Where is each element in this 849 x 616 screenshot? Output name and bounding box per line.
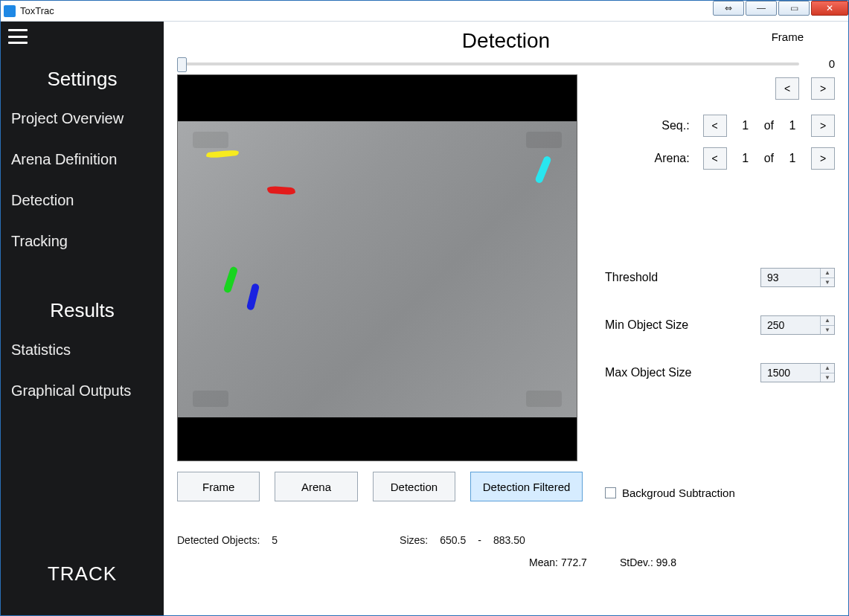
stats-row-1: Detected Objects: 5 Sizes: 650.5 - 883.5… xyxy=(177,534,835,546)
content-row: Frame Arena Detection Detection Filtered… xyxy=(177,74,835,501)
detected-group: Detected Objects: 5 xyxy=(177,534,278,546)
stdev-value: 99.8 xyxy=(656,556,676,568)
arena-pager: Arena: < 1 of 1 > xyxy=(605,147,835,170)
seq-prev-button[interactable]: < xyxy=(703,115,727,137)
viewmode-detection-filtered-button[interactable]: Detection Filtered xyxy=(470,472,583,501)
arena-corner-tr xyxy=(526,132,562,148)
minsize-stepper: ▲ ▼ xyxy=(820,316,834,334)
detected-label: Detected Objects: xyxy=(177,534,260,546)
threshold-stepper: ▲ ▼ xyxy=(820,269,834,286)
frame-slider[interactable] xyxy=(177,62,799,65)
video-viewport[interactable] xyxy=(177,74,577,461)
seq-pager: Seq.: < 1 of 1 > xyxy=(605,115,835,137)
frame-next-button[interactable]: > xyxy=(811,77,835,100)
sidebar-header-settings: Settings xyxy=(1,68,164,91)
restore-down-aux-button[interactable]: ⇔ xyxy=(713,1,744,16)
app-window: ToxTrac ⇔ — ▭ ✕ Settings Project Overvie… xyxy=(0,0,849,616)
seq-of: of xyxy=(764,119,774,132)
maxsize-spinner[interactable]: 1500 ▲ ▼ xyxy=(760,363,835,382)
minsize-label: Min Object Size xyxy=(605,318,760,332)
bgsub-label: Backgroud Subtraction xyxy=(622,487,735,499)
bgsub-checkbox[interactable] xyxy=(605,487,616,498)
arena-next-button[interactable]: > xyxy=(811,147,835,170)
sizes-min: 650.5 xyxy=(440,534,466,546)
bgsub-row: Backgroud Subtraction xyxy=(605,487,835,499)
sidebar-item-project-overview[interactable]: Project Overview xyxy=(1,98,164,139)
sidebar-item-tracking[interactable]: Tracking xyxy=(1,221,164,262)
sizes-label: Sizes: xyxy=(400,534,428,546)
detected-object-blue xyxy=(246,283,260,310)
sidebar-item-statistics[interactable]: Statistics xyxy=(1,330,164,370)
sizes-sep: - xyxy=(478,534,481,546)
maxsize-row: Max Object Size 1500 ▲ ▼ xyxy=(605,363,835,382)
sidebar-item-arena-definition[interactable]: Arena Definition xyxy=(1,139,164,180)
minsize-value[interactable]: 250 xyxy=(761,319,820,331)
detected-object-cyan xyxy=(534,155,552,185)
title-bar: ToxTrac ⇔ — ▭ ✕ xyxy=(1,1,848,22)
arena-corner-br xyxy=(526,391,562,407)
viewer-column: Frame Arena Detection Detection Filtered xyxy=(177,74,583,501)
detected-object-green xyxy=(223,266,239,293)
seq-next-button[interactable]: > xyxy=(811,115,835,137)
viewmode-arena-button[interactable]: Arena xyxy=(275,472,357,501)
arena-prev-button[interactable]: < xyxy=(703,147,727,170)
frame-label: Frame xyxy=(772,31,804,43)
stats-row-2: Mean: 772.7 StDev.: 99.8 xyxy=(177,556,835,568)
stdev-group: StDev.: 99.8 xyxy=(620,556,676,568)
viewmode-detection-button[interactable]: Detection xyxy=(373,472,455,501)
controls-column: < > Seq.: < 1 of 1 > Arena: < 1 xyxy=(583,74,835,501)
threshold-up[interactable]: ▲ xyxy=(821,269,834,278)
frame-step-buttons: < > xyxy=(605,77,835,100)
sidebar-item-detection[interactable]: Detection xyxy=(1,180,164,221)
arena-total: 1 xyxy=(787,152,798,165)
body: Settings Project Overview Arena Definiti… xyxy=(1,22,848,615)
sizes-max: 883.50 xyxy=(493,534,525,546)
mean-label: Mean: xyxy=(529,556,558,568)
minsize-row: Min Object Size 250 ▲ ▼ xyxy=(605,315,835,335)
track-button[interactable]: TRACK xyxy=(1,562,164,585)
arena-current: 1 xyxy=(740,152,751,165)
frame-prev-button[interactable]: < xyxy=(775,77,799,100)
slider-thumb[interactable] xyxy=(177,57,187,72)
seq-total: 1 xyxy=(787,119,798,132)
viewmode-frame-button[interactable]: Frame xyxy=(177,472,260,501)
maximize-button[interactable]: ▭ xyxy=(778,1,810,16)
minsize-spinner[interactable]: 250 ▲ ▼ xyxy=(760,315,835,335)
frame-slider-row: 0 xyxy=(177,57,835,70)
minsize-up[interactable]: ▲ xyxy=(821,316,834,326)
sidebar: Settings Project Overview Arena Definiti… xyxy=(1,22,164,615)
sidebar-item-graphical-outputs[interactable]: Graphical Outputs xyxy=(1,370,164,411)
threshold-spinner[interactable]: 93 ▲ ▼ xyxy=(760,268,835,287)
arena-corner-tl xyxy=(193,132,228,148)
minsize-down[interactable]: ▼ xyxy=(821,326,834,335)
threshold-label: Threshold xyxy=(605,271,760,284)
main-panel: Detection Frame 0 xyxy=(164,22,848,615)
app-icon xyxy=(4,5,16,17)
menu-toggle[interactable] xyxy=(1,22,164,47)
seq-current: 1 xyxy=(740,119,751,132)
frame-value: 0 xyxy=(813,57,835,70)
hamburger-icon xyxy=(8,29,28,44)
mean-group: Mean: 772.7 xyxy=(529,556,587,568)
window-buttons: ⇔ — ▭ ✕ xyxy=(713,1,848,16)
sizes-group: Sizes: 650.5 - 883.50 xyxy=(400,534,525,546)
maxsize-down[interactable]: ▼ xyxy=(821,373,834,382)
close-button[interactable]: ✕ xyxy=(811,1,848,16)
threshold-row: Threshold 93 ▲ ▼ xyxy=(605,268,835,287)
stdev-label: StDev.: xyxy=(620,556,653,568)
maxsize-up[interactable]: ▲ xyxy=(821,364,834,373)
detected-value: 5 xyxy=(272,534,278,546)
arena-label: Arena: xyxy=(645,152,690,165)
page-title: Detection xyxy=(177,29,835,53)
detected-object-red xyxy=(267,186,296,196)
threshold-down[interactable]: ▼ xyxy=(821,278,834,287)
minimize-button[interactable]: — xyxy=(746,1,777,16)
maxsize-value[interactable]: 1500 xyxy=(761,367,820,379)
threshold-value[interactable]: 93 xyxy=(761,272,820,283)
maxsize-label: Max Object Size xyxy=(605,366,760,379)
arena-corner-bl xyxy=(193,391,228,407)
seq-label: Seq.: xyxy=(645,119,690,132)
arena-image xyxy=(178,121,577,417)
sidebar-header-results: Results xyxy=(1,299,164,322)
arena-of: of xyxy=(764,152,774,165)
